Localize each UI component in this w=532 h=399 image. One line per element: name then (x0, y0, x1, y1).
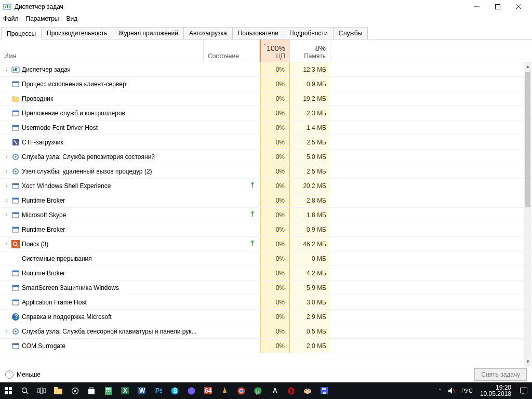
column-headers: Имя Состояние ⌄ 100% ЦП 8% Память (0, 39, 532, 62)
expand-icon[interactable]: › (4, 154, 9, 159)
scroll-thumb[interactable] (525, 72, 530, 207)
taskbar-app-calculator[interactable] (100, 382, 116, 399)
process-state (204, 266, 260, 280)
expand-icon[interactable]: › (4, 66, 9, 72)
process-memory: 2,5 МБ (290, 135, 330, 149)
expand-icon[interactable]: › (4, 197, 9, 203)
process-row[interactable]: Application Frame Host0%3,0 МБ (0, 295, 532, 310)
close-button[interactable] (508, 0, 529, 14)
col-state[interactable]: Состояние (204, 39, 260, 62)
window-title: Диспетчер задач (15, 3, 63, 10)
search-icon[interactable] (17, 382, 33, 399)
taskbar-app-paint[interactable] (299, 382, 316, 399)
process-icon (11, 109, 20, 117)
tray-clock[interactable]: 19:20 10.05.2018 (476, 384, 515, 397)
taskbar-app-aida64[interactable]: 64 (200, 382, 216, 399)
expand-icon[interactable]: › (4, 241, 9, 247)
process-row[interactable]: ›Microsoft Skype0%1,8 МБ (0, 208, 532, 222)
expand-icon[interactable]: › (4, 183, 9, 189)
process-row[interactable]: SmartScreen Защитника Windows0%5,9 МБ (0, 281, 532, 295)
process-name: Runtime Broker (22, 226, 65, 233)
scrollbar[interactable]: ▲ ▼ (524, 62, 531, 366)
end-task-button[interactable]: Снять задачу (474, 368, 527, 381)
taskbar-app-save[interactable] (316, 382, 332, 399)
taskbar-app-viber[interactable] (183, 382, 200, 399)
process-row[interactable]: ›Диспетчер задач0%12,3 МБ (0, 62, 532, 77)
process-state (204, 295, 260, 309)
start-button[interactable] (0, 382, 17, 399)
taskbar-app-excel[interactable]: X (116, 382, 133, 399)
tray-language[interactable]: РУС (458, 388, 476, 394)
taskbar-app-utorrent[interactable]: µ (249, 382, 266, 399)
process-memory: 1,4 МБ (290, 121, 330, 135)
process-row[interactable]: ›Хост Windows Shell Experience0%20,2 МБ (0, 179, 532, 193)
taskbar-app-settings[interactable] (66, 382, 83, 399)
process-row[interactable]: Приложение служб и контроллеров0%2,3 МБ (0, 106, 532, 121)
col-memory[interactable]: 8% Память (290, 39, 330, 62)
process-row[interactable]: CTF-загрузчик0%2,5 МБ (0, 135, 532, 150)
svg-point-81 (188, 387, 195, 394)
menu-file[interactable]: Файл (3, 15, 19, 22)
process-cpu: 0% (260, 324, 290, 338)
expand-icon[interactable]: › (4, 168, 9, 174)
taskbar-app-chrome[interactable] (233, 382, 249, 399)
svg-rect-3 (9, 6, 10, 8)
scroll-up-icon[interactable]: ▲ (524, 62, 531, 71)
tab-apphistory[interactable]: Журнал приложений (113, 27, 184, 39)
process-row[interactable]: COM Surrogate0%2,0 МБ (0, 339, 532, 353)
process-row[interactable]: ›Служба узла: Служба сенсорной клавиатур… (0, 324, 532, 339)
col-name[interactable]: Имя (0, 39, 204, 62)
menu-options[interactable]: Параметры (26, 15, 59, 22)
menu-view[interactable]: Вид (66, 15, 77, 22)
svg-rect-9 (13, 69, 15, 71)
expand-icon[interactable]: › (4, 328, 9, 334)
process-memory: 5,0 МБ (290, 150, 330, 164)
taskbar-app-explorer[interactable] (50, 382, 66, 399)
process-row[interactable]: Проводник0%19,2 МБ (0, 91, 532, 106)
svg-rect-18 (12, 125, 19, 127)
taskbar-app-opera[interactable] (283, 382, 299, 399)
process-icon (11, 80, 20, 88)
svg-rect-5 (496, 4, 500, 9)
tab-users[interactable]: Пользователи (232, 27, 284, 39)
taskbar-app-word[interactable]: W (133, 382, 150, 399)
tab-services[interactable]: Службы (333, 27, 368, 39)
minimize-button[interactable] (467, 0, 487, 14)
process-name: Служба узла: Служба сенсорной клавиатуры… (22, 328, 197, 335)
taskbar-app-autocad[interactable]: A (266, 382, 283, 399)
svg-text:?: ? (15, 313, 18, 321)
taskbar-app-photoshop[interactable]: Ps (150, 382, 166, 399)
process-name: Runtime Broker (22, 197, 65, 204)
taskbar-app-skype[interactable]: S (166, 382, 183, 399)
process-row[interactable]: ?Справка и поддержка Microsoft0%2,9 МБ (0, 310, 532, 324)
maximize-button[interactable] (487, 0, 508, 14)
process-cpu: 0% (260, 91, 290, 105)
process-state (204, 121, 260, 135)
tray-notifications-icon[interactable] (515, 382, 532, 399)
less-button[interactable]: ˄ Меньше (5, 370, 41, 379)
process-row[interactable]: ›Служба узла: Служба репозитория состоян… (0, 150, 532, 164)
svg-rect-67 (90, 387, 93, 389)
process-state (204, 324, 260, 338)
tab-processes[interactable]: Процессы (1, 28, 42, 39)
process-row[interactable]: Процесс исполнения клиент-сервер0%0,9 МБ (0, 77, 532, 91)
tab-startup[interactable]: Автозагрузка (183, 27, 233, 39)
tab-details[interactable]: Подробности (284, 27, 334, 39)
process-row[interactable]: Runtime Broker0%0,9 МБ (0, 222, 532, 237)
tab-performance[interactable]: Производительность (41, 27, 113, 39)
process-row[interactable]: ›Узел службы: удаленный вызов процедур (… (0, 164, 532, 179)
process-row[interactable]: Runtime Broker0%4,2 МБ (0, 266, 532, 281)
process-row[interactable]: ›Runtime Broker0%2,8 МБ (0, 193, 532, 208)
taskview-icon[interactable] (33, 382, 50, 399)
expand-icon[interactable]: › (4, 212, 9, 218)
scroll-down-icon[interactable]: ▼ (524, 357, 531, 366)
tray-volume-icon[interactable] (446, 382, 458, 399)
taskbar-app-store[interactable] (83, 382, 100, 399)
process-row[interactable]: Системные прерывания0%0 МБ (0, 251, 532, 266)
process-memory: 0,9 МБ (290, 77, 330, 91)
process-row[interactable]: Usermode Font Driver Host0%1,4 МБ (0, 121, 532, 135)
col-cpu[interactable]: ⌄ 100% ЦП (260, 39, 290, 62)
taskbar-app-generic1[interactable] (216, 382, 233, 399)
process-row[interactable]: ›Поиск (3)0%46,2 МБ (0, 237, 532, 251)
tray-chevron-icon[interactable]: ˄ (434, 382, 446, 399)
